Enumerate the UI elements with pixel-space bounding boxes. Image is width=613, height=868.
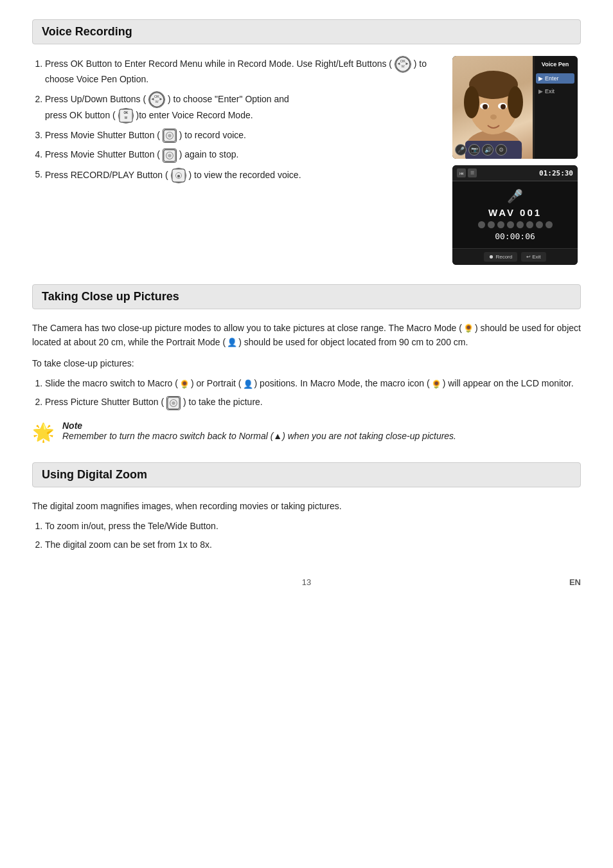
progress-dots [478,221,553,228]
cam-icon-3: 🔊 [482,144,493,156]
record-btn-label: Record [495,254,512,260]
dot-6 [526,221,533,228]
close-up-title: Taking Close up Pictures [42,290,571,303]
svg-text:◄: ◄ [396,61,400,66]
player-time: 01:25:30 [539,169,573,177]
exit-label: Exit [545,88,555,95]
step-4: Press Movie Shutter Button ( ) again to … [45,148,440,162]
note-text: Remember to turn the macro switch back t… [62,431,456,441]
digital-zoom-header: Using Digital Zoom [32,462,581,487]
portrait-icon-inline: 👤 [242,377,254,390]
svg-point-30 [501,104,506,109]
picture-shutter-icon [166,396,181,410]
svg-point-35 [172,401,175,404]
voice-recording-header: Voice Recording [32,19,581,44]
svg-point-31 [490,114,497,120]
player-top-icons: ⏮ ☰ [457,168,477,177]
zoom-step-2: The digital zoom can be set from 1x to 8… [45,538,581,552]
cam-icon-2: 📷 [468,144,480,156]
close-up-step-2: Press Picture Shutter Button ( ) to take… [45,395,581,410]
svg-text:►: ► [405,61,409,66]
digital-zoom-section: Using Digital Zoom The digital zoom magn… [32,462,581,552]
page-footer: 13 EN [32,577,581,587]
dot-3 [497,221,504,228]
svg-text:OK: OK [123,111,129,114]
page-number: 13 [302,577,311,587]
enter-arrow: ▶ [538,75,543,82]
macro-icon-inline: 🌻 [178,377,191,390]
cam-icon-4: ⚙ [495,144,507,156]
step-5: Press RECORD/PLAY Button ( ⏺ ) to view t… [45,168,440,183]
voice-recording-steps: Press OK Button to Enter Record Menu whi… [32,56,440,183]
svg-point-18 [168,154,171,157]
close-up-step-1: Slide the macro switch to Macro (🌻) or P… [45,377,581,390]
voice-recording-content: Press OK Button to Enter Record Menu whi… [32,56,581,265]
note-label: Note [62,420,82,431]
player-top-row: 🎤 [507,188,523,204]
bottom-camera-icons: 🎤 📷 🔊 ⚙ [455,144,507,156]
dot-5 [517,221,524,228]
record-play-icon: ⏺ [171,168,186,183]
language-label: EN [569,577,581,587]
dot-7 [536,221,543,228]
menu-title: Voice Pen [536,61,574,68]
enter-label: Enter [545,75,559,82]
macro-mode-icon: 🌻 [462,322,475,335]
camera-menu-panel: Voice Pen ▶ Enter ▶ Exit [533,56,578,159]
digital-zoom-title: Using Digital Zoom [42,468,571,482]
camera-ui-image-2: ⏮ ☰ 01:25:30 🎤 WAV 001 [452,165,578,265]
cam-icon-1: 🎤 [455,144,466,156]
svg-point-25 [464,86,479,118]
record-button: ⏺ Record [484,252,517,262]
macro-icon-inline-2: 🌻 [430,377,443,390]
digital-zoom-steps: To zoom in/out, press the Tele/Wide Butt… [32,520,581,552]
close-up-header: Taking Close up Pictures [32,284,581,309]
menu-item-exit: ▶ Exit [536,86,574,96]
svg-point-26 [508,86,523,118]
voice-recording-images: Voice Pen ▶ Enter ▶ Exit 🎤 📷 🔊 ⚙ [452,56,581,265]
record-btn-icon: ⏺ [489,254,494,260]
player-center: 🎤 WAV 001 00:00:06 [452,181,578,248]
mic-icon: 🎤 [507,188,523,204]
note-icon: 🌟 [32,422,55,443]
prev-icon: ⏮ [457,168,466,177]
exit-button: ↩ Exit [521,252,546,262]
exit-btn-icon: ↩ [526,254,531,260]
note-box: 🌟 Note Remember to turn the macro switch… [32,420,581,443]
svg-text:►: ► [159,96,163,101]
camera-ui-image-1: Voice Pen ▶ Enter ▶ Exit 🎤 📷 🔊 ⚙ [452,56,578,159]
voice-recording-section: Voice Recording Press OK Button to Enter… [32,19,581,265]
svg-text:◄: ◄ [150,96,154,101]
dot-8 [546,221,553,228]
digital-zoom-intro: The digital zoom magnifies images, when … [32,499,581,513]
nav-icon-2: OK W ◄ ► [148,91,165,108]
ok-button-icon: OK W [118,108,134,123]
close-up-steps: Slide the macro switch to Macro (🌻) or P… [32,377,581,410]
note-content: Note Remember to turn the macro switch b… [62,420,456,441]
close-up-subheading: To take close-up pictures: [32,356,581,370]
dot-4 [507,221,514,228]
close-up-section: Taking Close up Pictures The Camera has … [32,284,581,443]
zoom-step-1: To zoom in/out, press the Tele/Wide Butt… [45,520,581,533]
svg-text:⏺: ⏺ [177,173,181,177]
svg-point-29 [483,104,488,109]
svg-point-15 [168,134,171,138]
step-2: Press Up/Down Buttons ( OK W ◄ ► ) to ch… [45,91,440,123]
player-elapsed: 00:00:06 [495,231,535,241]
exit-btn-label: Exit [532,254,540,260]
menu-icon-player: ☰ [468,168,477,177]
portrait-mode-icon: 👤 [226,337,238,350]
nav-icon: OK W ◄ ► [395,56,411,73]
step-1: Press OK Button to Enter Record Menu whi… [45,56,440,86]
dot-1 [478,221,485,228]
shutter-icon-4 [163,149,177,163]
voice-recording-title: Voice Recording [42,25,571,39]
exit-arrow: ▶ [538,88,543,95]
close-up-intro: The Camera has two close-up picture mode… [32,321,581,350]
voice-recording-text: Press OK Button to Enter Record Menu whi… [32,56,440,265]
player-buttons: ⏺ Record ↩ Exit [452,248,578,265]
wav-filename: WAV 001 [488,207,542,218]
shutter-icon-3 [163,129,177,143]
svg-text:W: W [124,116,127,120]
menu-item-enter: ▶ Enter [536,73,574,84]
